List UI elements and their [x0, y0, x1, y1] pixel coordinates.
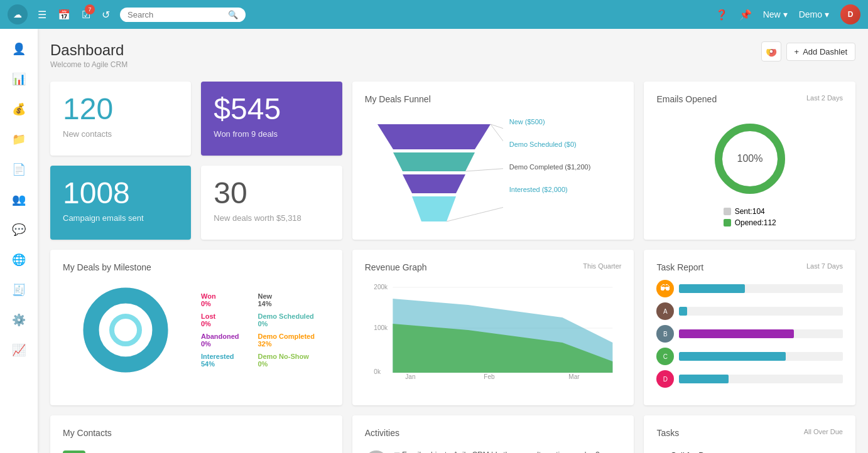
sidebar-item-settings[interactable]: ⚙️ [5, 306, 33, 334]
task-row: B [656, 325, 843, 343]
top-navigation: ☁ ☰ 📅 ☑ 7 ↺ 🔍 ❓ 📌 New ▾ Demo ▾ D [0, 0, 868, 29]
new-deals-card: 30 New deals worth $5,318 [201, 166, 342, 240]
task-bar-container [679, 284, 843, 293]
avatar[interactable]: D [840, 4, 860, 24]
history-icon[interactable]: ↺ [102, 9, 110, 21]
ml-won: Won0% [201, 292, 239, 307]
header-actions: + Add Dashlet [761, 41, 855, 61]
new-button[interactable]: New ▾ [763, 9, 788, 19]
tasks-badge: 7 [85, 4, 95, 14]
sent-label: Sent:104 [735, 207, 765, 216]
svg-text:0k: 0k [374, 368, 381, 375]
add-dashlet-button[interactable]: + Add Dashlet [786, 43, 855, 61]
svg-marker-5 [412, 196, 456, 221]
milestone-title: My Deals by Milestone [63, 262, 330, 272]
sidebar-item-notes[interactable]: 📄 [5, 156, 33, 183]
funnel-label-interested: Interested ($2,000) [509, 186, 591, 193]
sidebar-item-reports[interactable]: 👥 [5, 186, 33, 213]
svg-line-9 [447, 206, 503, 221]
tasks-header: Tasks All Over Due [656, 428, 843, 445]
new-contacts-label: New contacts [63, 129, 178, 139]
plus-icon: + [795, 47, 800, 56]
sidebar-item-globe[interactable]: 🌐 [5, 246, 33, 274]
dashboard-grid: 120 New contacts $545 Won from 9 deals M… [50, 82, 855, 453]
emails-last-days: Last 2 Days [806, 94, 843, 102]
funnel-container: New ($500) Demo Scheduled ($0) Demo Comp… [365, 112, 622, 225]
page-title: Dashboard [50, 41, 127, 59]
activity-text: ✉ Email subject - Agile CRM | Is there a… [394, 450, 600, 453]
task-rows: 🕶 A B [656, 280, 843, 388]
chrome-button[interactable] [761, 41, 781, 61]
svg-text:100%: 100% [737, 153, 762, 164]
search-container: 🔍 [120, 8, 246, 22]
milestone-legend: Won0% Lost0% Abandoned0% Interested54% N… [201, 292, 315, 368]
ml-interested: Interested54% [201, 353, 239, 368]
sidebar-item-messages[interactable]: 💬 [5, 216, 33, 243]
task-bar-container [679, 329, 843, 338]
sidebar-item-deals[interactable]: 💰 [5, 95, 33, 123]
task-bar [679, 352, 785, 361]
demo-dropdown[interactable]: Demo ▾ [799, 9, 829, 19]
new-deals-number: 30 [214, 178, 329, 208]
funnel-chart [365, 112, 503, 225]
task-avatar: C [656, 348, 674, 365]
sidebar-item-dashboard[interactable]: 📊 [5, 65, 33, 93]
pin-icon[interactable]: 📌 [739, 9, 752, 21]
task-name: Call for Demo [670, 450, 812, 453]
new-contacts-card: 120 New contacts [50, 82, 191, 156]
revenue-period: This Quarter [583, 262, 621, 270]
revenue-card: Revenue Graph This Quarter 200k 100k 0k … [352, 250, 634, 405]
activity-avatar: 👤 [365, 450, 388, 453]
help-icon[interactable]: ❓ [715, 9, 728, 21]
sidebar-item-analytics[interactable]: 📈 [5, 336, 33, 364]
task-row: C [656, 348, 843, 365]
svg-line-8 [465, 168, 503, 171]
nav-icons: ☰ 📅 ☑ 7 ↺ [38, 9, 110, 21]
svg-text:Mar: Mar [568, 373, 580, 380]
won-deals-card: $545 Won from 9 deals [201, 82, 342, 156]
task-bar [679, 375, 728, 383]
task-item: Call for Demo Francois Call [656, 445, 843, 453]
contact-initial: DI [63, 450, 85, 453]
funnel-label-new: New ($500) [509, 118, 591, 125]
legend-opened: Opened:112 [724, 218, 776, 227]
emails-opened-title: Emails Opened [656, 94, 717, 104]
calendar-icon[interactable]: 📅 [58, 9, 70, 21]
svg-text:Feb: Feb [484, 373, 495, 380]
task-bar [679, 307, 687, 316]
revenue-title: Revenue Graph [365, 262, 427, 272]
sidebar-item-contacts[interactable]: 👤 [5, 35, 33, 63]
task-report-header: Task Report Last 7 Days [656, 262, 843, 280]
svg-text:100k: 100k [374, 324, 388, 331]
activities-card: Activities 👤 ✉ Email subject - Agile CRM… [352, 415, 634, 453]
sidebar-item-documents[interactable]: 📁 [5, 125, 33, 153]
revenue-chart: 200k 100k 0k Jan Feb Mar [365, 280, 622, 380]
sidebar-item-receipts[interactable]: 🧾 [5, 276, 33, 304]
menu-icon[interactable]: ☰ [38, 9, 46, 21]
revenue-header: Revenue Graph This Quarter [365, 262, 622, 280]
donut-container: 100% Sent:104 Opened:112 [656, 118, 843, 227]
task-avatar: A [656, 302, 674, 320]
opened-label: Opened:112 [735, 218, 776, 227]
task-avatar: B [656, 325, 674, 343]
milestone-donut [63, 280, 188, 380]
ml-new: New14% [258, 292, 315, 307]
donut-legend: Sent:104 Opened:112 [724, 207, 776, 227]
task-report-period: Last 7 Days [806, 262, 843, 270]
app-logo[interactable]: ☁ [8, 4, 28, 24]
funnel-label-demo-completed: Demo Completed ($1,200) [509, 163, 591, 171]
funnel-title: My Deals Funnel [365, 94, 622, 104]
page-header: Dashboard Welcome to Agile CRM + Add Das… [50, 41, 855, 69]
ml-lost: Lost0% [201, 312, 239, 328]
svg-point-1 [769, 50, 773, 53]
ml-demo-scheduled: Demo Scheduled0% [258, 312, 315, 328]
activity-details: ✉ Email subject - Agile CRM | Is there a… [394, 450, 600, 453]
sidebar: 👤 📊 💰 📁 📄 👥 💬 🌐 🧾 ⚙️ 📈 [0, 29, 38, 453]
page-title-group: Dashboard Welcome to Agile CRM [50, 41, 127, 69]
funnel-card: My Deals Funnel [352, 82, 634, 240]
tasks-title: Tasks [656, 428, 679, 438]
search-input[interactable] [127, 10, 223, 19]
tasks-icon[interactable]: ☑ 7 [82, 9, 90, 21]
topnav-right: ❓ 📌 New ▾ Demo ▾ D [715, 4, 860, 24]
donut-chart: 100% [709, 118, 791, 200]
